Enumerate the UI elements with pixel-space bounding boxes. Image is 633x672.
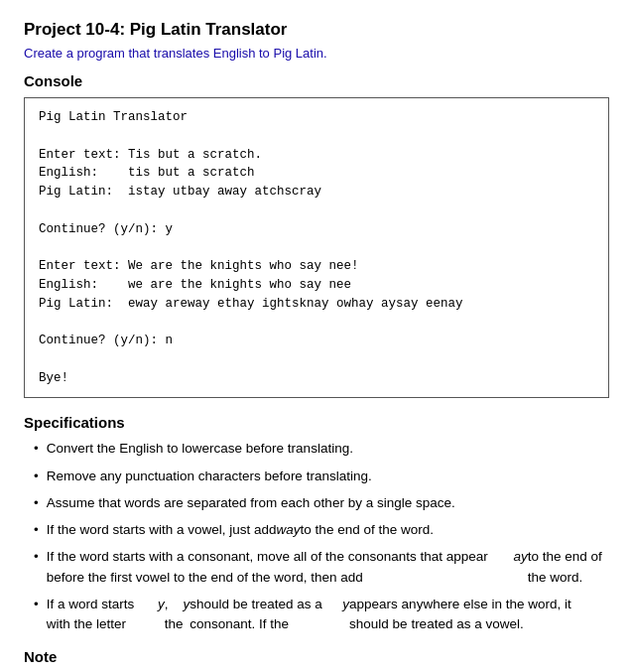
list-item: If the word starts with a vowel, just ad… bbox=[24, 520, 609, 540]
list-item: Assume that words are separated from eac… bbox=[24, 493, 609, 513]
italic-text: ay bbox=[513, 547, 527, 567]
italic-text: y bbox=[158, 595, 165, 614]
italic-text: way bbox=[277, 520, 301, 540]
list-item: Convert the English to lowercase before … bbox=[24, 439, 609, 459]
italic-text: y bbox=[183, 595, 190, 614]
list-item: Remove any punctuation characters before… bbox=[24, 467, 609, 486]
list-item: If the word starts with a consonant, mov… bbox=[24, 547, 609, 588]
console-output: Pig Latin Translator Enter text: Tis but… bbox=[24, 97, 609, 398]
console-heading: Console bbox=[24, 72, 609, 89]
list-item: If a word starts with the letter y, the … bbox=[24, 595, 609, 635]
note-section: Note There are no official rules for Pig… bbox=[24, 648, 609, 672]
specs-list: Convert the English to lowercase before … bbox=[24, 439, 609, 634]
specs-section: Convert the English to lowercase before … bbox=[24, 439, 609, 634]
italic-text: y bbox=[342, 595, 349, 614]
note-heading: Note bbox=[24, 648, 609, 665]
page-title: Project 10-4: Pig Latin Translator bbox=[24, 20, 609, 40]
subtitle: Create a program that translates English… bbox=[24, 46, 609, 61]
specs-heading: Specifications bbox=[24, 414, 609, 431]
